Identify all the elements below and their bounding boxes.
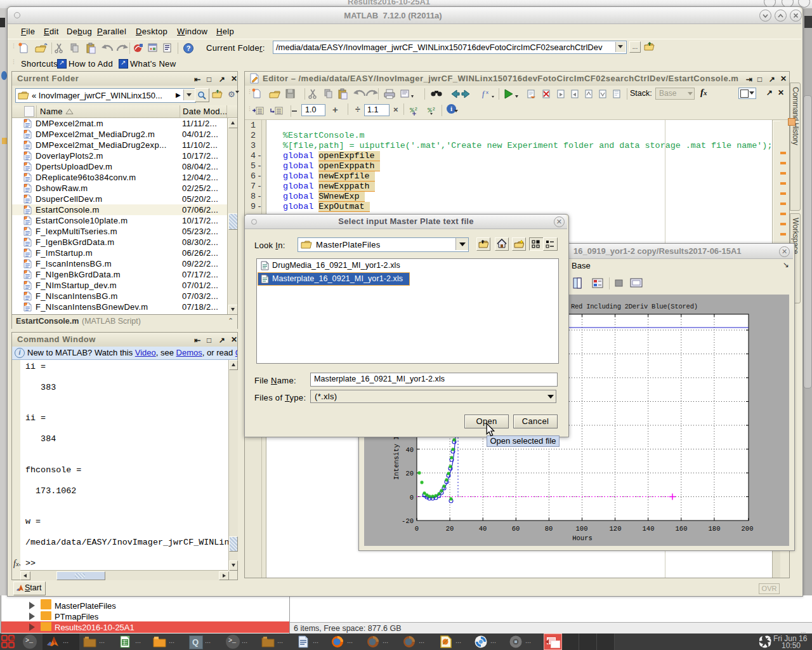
svg-text:0: 0	[415, 525, 419, 533]
svg-text:140: 140	[643, 525, 655, 533]
svg-text:x: x	[486, 90, 488, 95]
svg-text:160: 160	[676, 525, 688, 533]
svg-text:200: 200	[742, 525, 754, 533]
svg-text:0: 0	[410, 494, 414, 501]
svg-text:-20: -20	[402, 517, 414, 525]
svg-text:20: 20	[446, 525, 454, 533]
svg-text:60: 60	[512, 525, 520, 533]
svg-text:20: 20	[405, 470, 414, 477]
svg-text:Red Including 2Deriv Blue(Stor: Red Including 2Deriv Blue(Stored)	[571, 303, 698, 310]
svg-text:80: 80	[545, 525, 553, 533]
svg-text:Hours: Hours	[572, 534, 593, 542]
svg-text:?: ?	[187, 44, 191, 52]
svg-text:40: 40	[479, 525, 487, 533]
svg-text:f: f	[482, 90, 485, 98]
svg-text:100: 100	[576, 525, 588, 533]
svg-text:180: 180	[709, 525, 721, 533]
svg-text:120: 120	[610, 525, 622, 533]
svg-text:40: 40	[405, 446, 414, 454]
